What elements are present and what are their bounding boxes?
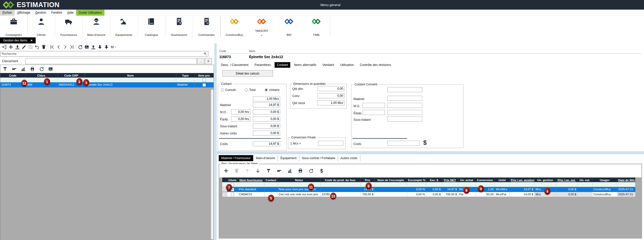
m-menu-button[interactable]: M ▾	[110, 44, 117, 50]
checkbox[interactable]	[203, 78, 206, 82]
column-header[interactable]: Escompte %	[407, 178, 426, 182]
horizontal-splitter[interactable]	[217, 151, 644, 154]
toolbar-clients-button[interactable]: Clients	[28, 16, 55, 37]
equip-hrs-field[interactable]: 0,00 hrs	[231, 116, 250, 122]
table-row[interactable]: CANAC01Ceci est une note sur mon prix.23…	[222, 192, 635, 197]
toolbar-fournisseurs-button[interactable]: Fournisseurs	[55, 16, 83, 37]
converti-mo-hrs-field[interactable]	[363, 103, 385, 108]
toolbar-soumissions-button[interactable]: Soumissions	[165, 16, 193, 37]
column-header[interactable]: Type	[176, 73, 195, 78]
column-header[interactable]: Nom	[85, 73, 176, 78]
delete-price-button[interactable]	[233, 167, 240, 174]
mo-hrs-field[interactable]: 0,00 hrs	[231, 109, 250, 114]
image-button[interactable]	[83, 44, 90, 50]
export-button[interactable]	[90, 44, 97, 50]
classement-clear-button[interactable]: X	[205, 58, 212, 64]
column-header[interactable]: Code du prod. du four.	[321, 178, 361, 182]
column-header[interactable]: Contact	[264, 178, 278, 182]
save-button[interactable]	[27, 44, 34, 50]
column-header[interactable]: Conversion	[475, 178, 495, 182]
soustraitant-amount-field[interactable]: 0,00 $	[253, 124, 280, 129]
column-header[interactable]	[222, 178, 227, 182]
column-header[interactable]: Prix NET	[442, 178, 458, 182]
column-header[interactable]: Un. achat	[458, 178, 475, 182]
qty-field[interactable]: 1,00 Mcx	[253, 96, 280, 101]
add-button[interactable]	[8, 44, 14, 50]
tab-gestion-des-items[interactable]: Gestion des items ✕	[0, 37, 36, 43]
qte-stock-field[interactable]: 1,00 Mcx	[318, 100, 344, 105]
column-header[interactable]: Esc. $	[426, 178, 442, 182]
column-header[interactable]: Usager	[592, 178, 617, 182]
toolbar-catalogue-button[interactable]: Catalogue	[138, 16, 165, 37]
toolbar-compagnies-button[interactable]: Compagnies	[0, 16, 28, 37]
dollar-button[interactable]: $	[318, 167, 325, 174]
toolbar-time-button[interactable]: TIME	[303, 16, 330, 37]
converti-materiel-field[interactable]	[387, 96, 422, 101]
converti-equip-field[interactable]	[387, 110, 422, 115]
exit-button[interactable]	[1, 44, 8, 50]
download-alt-button[interactable]	[103, 44, 110, 50]
pin-icon[interactable]	[204, 52, 207, 56]
import-button[interactable]	[14, 44, 21, 50]
column-header[interactable]: Prix / un. gestion	[510, 178, 535, 182]
refresh-button[interactable]	[77, 44, 83, 50]
tab-contr-le-des-r-visions[interactable]: Contrôle des révisions	[358, 62, 393, 68]
image-list-button[interactable]	[47, 66, 54, 72]
classement-input[interactable]	[25, 58, 197, 64]
radio-cumule[interactable]: Cumulé	[221, 88, 236, 92]
tab-desc-classement[interactable]: Desc. / Classement	[219, 62, 251, 68]
delete-button[interactable]	[40, 44, 47, 50]
toolbar-equipements-button[interactable]: Équipements	[110, 16, 138, 37]
menu-item-fen-tre[interactable]: Fenêtre	[49, 10, 65, 16]
chevron-down-icon[interactable]: ▾	[261, 35, 262, 36]
couts-total-field[interactable]: 14,97 $	[253, 141, 280, 146]
menu-item-gestion[interactable]: Gestion	[33, 10, 49, 16]
tab-vendant[interactable]: Vendant	[320, 62, 336, 68]
tab-param-tres[interactable]: Paramètres	[252, 62, 273, 68]
vertical-scrollbar[interactable]	[211, 90, 213, 239]
radio-unitaire[interactable]: Unitaire	[265, 88, 279, 92]
tab--quipement[interactable]: Équipement	[278, 155, 299, 161]
tab-sous-contrat-forfaitaire[interactable]: Sous-contrat / Forfaitaire	[299, 155, 338, 161]
toolbar-takeoff-button[interactable]: TAKEOFF ▾	[248, 16, 275, 37]
converti-qty-field[interactable]	[387, 87, 422, 92]
equip-amount-field[interactable]: 0,00 $	[253, 116, 280, 122]
toolbar-bid-button[interactable]: BID	[275, 16, 303, 37]
column-header[interactable]: Nom fournisseur	[238, 178, 264, 182]
search-input[interactable]: Recherche	[1, 51, 208, 57]
tab-items-alternatifs[interactable]: Items alternatifs	[292, 62, 319, 68]
converti-soustraitant-field[interactable]	[387, 116, 422, 122]
last-record-button[interactable]	[69, 44, 75, 50]
menu-item-affichage[interactable]: Affichage	[15, 10, 33, 16]
column-header[interactable]: Notes	[278, 178, 321, 182]
qte-dim-field[interactable]: 0,00	[318, 86, 344, 91]
converti-mo-field[interactable]	[387, 103, 422, 108]
tab-autres-co-ts[interactable]: Autres coûts	[338, 155, 360, 161]
toolbar-main-doeuvre-button[interactable]: Main-d'oeuvre	[83, 16, 110, 37]
toolbar-constructbuy-button[interactable]: ConstructBuy	[221, 16, 248, 37]
column-header[interactable]: Unité	[495, 178, 510, 182]
move-down-button[interactable]	[255, 167, 261, 174]
filter-button[interactable]	[2, 66, 8, 72]
conversion-finale-field[interactable]	[318, 141, 343, 146]
chart-prices-button[interactable]	[286, 167, 293, 174]
refresh-prices-button[interactable]	[308, 167, 314, 174]
radio-total[interactable]: Total	[245, 88, 255, 92]
column-header[interactable]: Item pro	[195, 73, 214, 78]
add-price-button[interactable]	[223, 167, 229, 174]
print-button[interactable]	[29, 66, 36, 72]
nom-value[interactable]: Épinette Sec 2x4x12	[249, 55, 283, 59]
tab-co-tant[interactable]: Coûtant	[275, 62, 290, 68]
code-value[interactable]: 116873	[219, 55, 231, 59]
detail-calculs-button[interactable]: Détail des calculs	[222, 70, 273, 77]
summary-button[interactable]	[11, 66, 17, 72]
tab-mat-riel-fournisseur[interactable]: Matériel / Fournisseur	[219, 155, 253, 161]
checkbox[interactable]	[231, 193, 234, 196]
undo-button[interactable]	[34, 44, 40, 50]
materiel-amount-field[interactable]: 14,97 $	[253, 102, 280, 107]
filter-prices-button[interactable]	[265, 167, 272, 174]
column-header[interactable]: Prix / un. est.	[556, 178, 578, 182]
column-header[interactable]: Un. est.	[578, 178, 592, 182]
previous-record-button[interactable]	[55, 44, 62, 50]
refresh-list-button[interactable]	[38, 66, 45, 72]
